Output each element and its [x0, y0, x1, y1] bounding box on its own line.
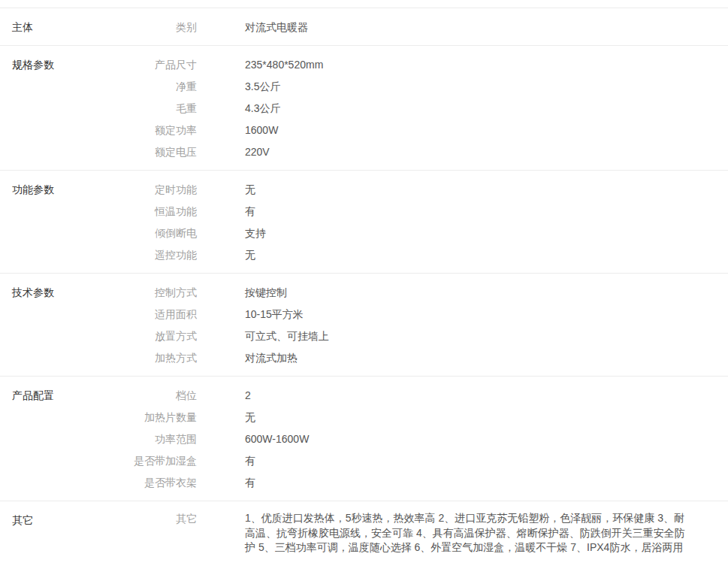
- spec-param-name: 额定电压: [0, 141, 197, 163]
- spec-row: 档位 2: [0, 385, 728, 407]
- spec-row: 功率范围 600W-1600W: [0, 428, 728, 450]
- spec-param-value: 600W-1600W: [245, 428, 309, 450]
- spec-param-value: 10-15平方米: [245, 304, 304, 325]
- spec-param-value: 3.5公斤: [245, 76, 280, 98]
- spec-row: 产品尺寸 235*480*520mm: [0, 54, 728, 76]
- spec-row: 加热方式 对流式加热: [0, 347, 728, 369]
- spec-section-main: 主体 类别 对流式电暖器: [0, 8, 728, 45]
- spec-section-configuration: 产品配置 档位 2 加热片数量 无 功率范围 600W-1600W 是否带加湿盒…: [0, 376, 728, 501]
- spec-param-name: 遥控功能: [0, 244, 197, 266]
- spec-param-name: 放置方式: [0, 325, 197, 347]
- spec-param-value: 对流式加热: [245, 347, 298, 369]
- spec-param-name: 适用面积: [0, 304, 197, 325]
- spec-group-title: 功能参数: [12, 179, 54, 201]
- spec-row: 净重 3.5公斤: [0, 76, 728, 98]
- spec-param-name: 功率范围: [0, 428, 197, 450]
- spec-param-value: 对流式电暖器: [245, 17, 308, 38]
- spec-rows: 档位 2 加热片数量 无 功率范围 600W-1600W 是否带加湿盒 有 是否…: [0, 385, 728, 494]
- spec-param-value: 有: [245, 201, 255, 222]
- spec-row: 类别 对流式电暖器: [0, 17, 728, 38]
- spec-row: 加热片数量 无: [0, 407, 728, 428]
- spec-rows: 控制方式 按键控制 适用面积 10-15平方米 放置方式 可立式、可挂墙上 加热…: [0, 282, 728, 369]
- spec-row: 额定电压 220V: [0, 141, 728, 163]
- spec-param-value: 220V: [245, 141, 270, 163]
- spec-row: 控制方式 按键控制: [0, 282, 728, 304]
- spec-rows: 其它 1、优质进口发热体，5秒速热，热效率高 2、进口亚克苏无铅塑粉，色泽靓丽，…: [0, 510, 728, 555]
- spec-param-value: 无: [245, 244, 255, 266]
- spec-param-value: 可立式、可挂墙上: [245, 325, 329, 347]
- spec-rows: 定时功能 无 恒温功能 有 倾倒断电 支持 遥控功能 无: [0, 179, 728, 266]
- spec-row: 遥控功能 无: [0, 244, 728, 266]
- spec-param-name: 加热方式: [0, 347, 197, 369]
- spec-section-dimensions: 规格参数 产品尺寸 235*480*520mm 净重 3.5公斤 毛重 4.3公…: [0, 45, 728, 170]
- spec-param-value: 1、优质进口发热体，5秒速热，热效率高 2、进口亚克苏无铅塑粉，色泽靓丽，环保健…: [245, 510, 690, 555]
- spec-param-name: 加热片数量: [0, 407, 197, 428]
- spec-param-value: 有: [245, 472, 255, 494]
- spec-param-value: 4.3公斤: [245, 98, 280, 120]
- product-spec-table: 主体 类别 对流式电暖器 规格参数 产品尺寸 235*480*520mm 净重 …: [0, 0, 728, 587]
- spec-group-title: 规格参数: [12, 54, 54, 76]
- spec-rows: 类别 对流式电暖器: [0, 17, 728, 38]
- spec-param-value: 无: [245, 179, 255, 201]
- spec-row: 适用面积 10-15平方米: [0, 304, 728, 325]
- spec-param-name: 净重: [0, 76, 197, 98]
- spec-row: 其它 1、优质进口发热体，5秒速热，热效率高 2、进口亚克苏无铅塑粉，色泽靓丽，…: [0, 510, 728, 555]
- spec-param-value: 1600W: [245, 120, 278, 141]
- spec-row: 是否带加湿盒 有: [0, 450, 728, 472]
- spec-param-name: 额定功率: [0, 120, 197, 141]
- spec-param-name: 毛重: [0, 98, 197, 120]
- spec-param-value: 无: [245, 407, 255, 428]
- spec-row: 额定功率 1600W: [0, 120, 728, 141]
- spec-group-title: 产品配置: [12, 385, 54, 407]
- spec-param-value: 有: [245, 450, 255, 472]
- spec-param-name: 是否带衣架: [0, 472, 197, 494]
- spec-rows: 产品尺寸 235*480*520mm 净重 3.5公斤 毛重 4.3公斤 额定功…: [0, 54, 728, 163]
- spec-param-name: 倾倒断电: [0, 222, 197, 244]
- spec-param-name: 是否带加湿盒: [0, 450, 197, 472]
- spec-param-value: 支持: [245, 222, 266, 244]
- spec-section-other: 其它 其它 1、优质进口发热体，5秒速热，热效率高 2、进口亚克苏无铅塑粉，色泽…: [0, 501, 728, 562]
- spec-row: 是否带衣架 有: [0, 472, 728, 494]
- spec-param-value: 按键控制: [245, 282, 287, 304]
- spec-group-title: 技术参数: [12, 282, 54, 304]
- spec-group-title: 其它: [12, 510, 33, 531]
- spec-section-functions: 功能参数 定时功能 无 恒温功能 有 倾倒断电 支持 遥控功能 无: [0, 170, 728, 273]
- spec-row: 定时功能 无: [0, 179, 728, 201]
- spec-row: 毛重 4.3公斤: [0, 98, 728, 120]
- spec-group-title: 主体: [12, 17, 33, 38]
- spec-section-technical: 技术参数 控制方式 按键控制 适用面积 10-15平方米 放置方式 可立式、可挂…: [0, 273, 728, 376]
- spec-param-value: 2: [245, 385, 251, 407]
- spec-row: 恒温功能 有: [0, 201, 728, 222]
- spec-row: 倾倒断电 支持: [0, 222, 728, 244]
- spec-param-name: 恒温功能: [0, 201, 197, 222]
- spec-row: 放置方式 可立式、可挂墙上: [0, 325, 728, 347]
- spec-param-value: 235*480*520mm: [245, 54, 323, 76]
